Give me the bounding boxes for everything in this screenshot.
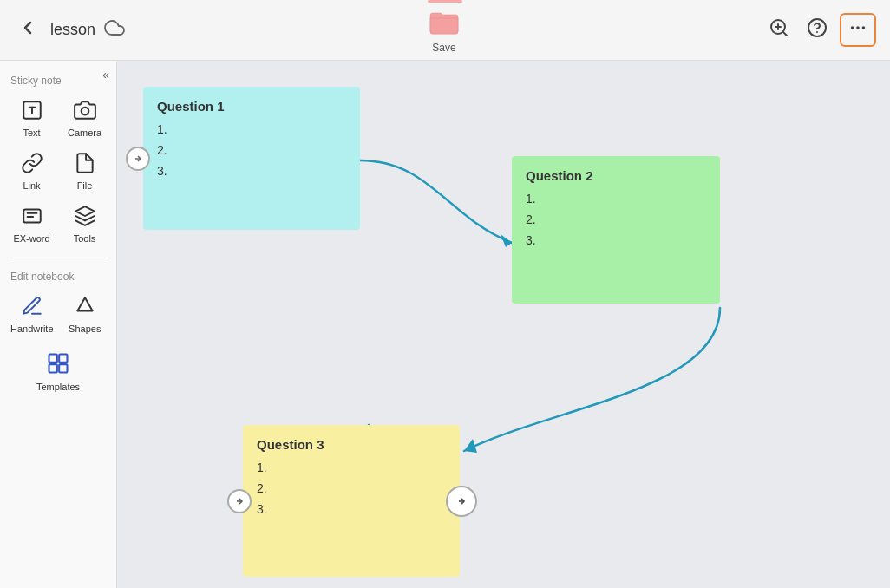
top-bar-left: lesson xyxy=(14,14,125,46)
sidebar-collapse-button[interactable]: « xyxy=(102,68,109,82)
svg-rect-19 xyxy=(59,364,67,372)
cloud-icon[interactable] xyxy=(104,17,125,42)
svg-point-6 xyxy=(851,26,854,29)
back-button[interactable] xyxy=(14,14,42,46)
note-question-2[interactable]: Question 2 1. 2. 3. xyxy=(512,156,720,304)
svg-point-12 xyxy=(81,108,88,115)
templates-icon xyxy=(46,351,70,379)
list-item: 3. xyxy=(257,502,446,516)
list-item: 2. xyxy=(526,212,706,226)
lesson-title: lesson xyxy=(50,21,95,39)
canvas: Question 1 1. 2. 3. Question 2 1. 2. 3. xyxy=(117,61,890,588)
text-icon xyxy=(21,99,43,125)
note-question-3[interactable]: Question 3 1. 2. 3. xyxy=(243,425,460,577)
note-q3-incoming-indicator xyxy=(227,489,252,513)
note-q1-title: Question 1 xyxy=(157,99,346,114)
file-label: File xyxy=(77,180,93,191)
sidebar-item-shapes[interactable]: Shapes xyxy=(61,290,109,339)
top-bar-right xyxy=(763,13,876,47)
list-item: 3. xyxy=(157,164,346,178)
note-q2-list: 1. 2. 3. xyxy=(526,192,706,247)
svg-point-8 xyxy=(862,26,866,29)
edit-notebook-section-title: Edit notebook xyxy=(0,264,116,286)
svg-point-7 xyxy=(856,26,860,29)
sidebar-item-templates[interactable]: Templates xyxy=(32,346,84,397)
sidebar-item-exword[interactable]: EX-word xyxy=(7,199,56,249)
list-item: 2. xyxy=(257,481,446,495)
shapes-label: Shapes xyxy=(69,323,101,334)
more-button[interactable] xyxy=(840,13,876,47)
list-item: 1. xyxy=(157,122,346,136)
save-label: Save xyxy=(432,42,455,54)
list-item: 3. xyxy=(526,233,706,247)
camera-label: Camera xyxy=(68,127,101,138)
link-label: Link xyxy=(23,180,40,191)
sticky-note-tools-grid: Text Camera Link xyxy=(0,90,116,252)
svg-rect-13 xyxy=(23,209,41,222)
top-bar-center: Save xyxy=(427,7,461,54)
list-item: 1. xyxy=(526,192,706,206)
note-q1-selected-indicator xyxy=(126,147,150,171)
sidebar-item-link[interactable]: Link xyxy=(7,147,56,196)
svg-line-1 xyxy=(783,32,787,36)
sidebar-item-tools[interactable]: Tools xyxy=(60,199,109,249)
sidebar-item-file[interactable]: File xyxy=(60,147,109,196)
sticky-note-section-title: Sticky note xyxy=(0,68,116,90)
note-q3-title: Question 3 xyxy=(257,437,446,452)
svg-rect-16 xyxy=(49,355,57,363)
note-q2-title: Question 2 xyxy=(526,168,706,183)
note-q1-list: 1. 2. 3. xyxy=(157,122,346,178)
list-item: 2. xyxy=(157,143,346,157)
sidebar-item-camera[interactable]: Camera xyxy=(60,94,109,143)
help-button[interactable] xyxy=(802,14,833,46)
list-item: 1. xyxy=(257,461,446,474)
sidebar-divider-1 xyxy=(10,258,106,258)
sidebar-item-handwrite[interactable]: Handwrite xyxy=(7,290,57,339)
svg-marker-20 xyxy=(501,234,512,247)
handwrite-label: Handwrite xyxy=(10,323,54,334)
link-icon xyxy=(21,152,43,178)
file-icon xyxy=(74,152,96,178)
templates-label: Templates xyxy=(36,382,80,392)
edit-notebook-tools-grid: Handwrite Shapes xyxy=(0,286,116,343)
svg-rect-17 xyxy=(59,355,67,363)
svg-rect-18 xyxy=(49,364,57,372)
top-bar: lesson Save xyxy=(0,0,890,61)
save-progress-bar xyxy=(428,0,462,3)
note-q3-list: 1. 2. 3. xyxy=(257,461,446,516)
note-question-1[interactable]: Question 1 1. 2. 3. xyxy=(143,87,360,230)
tools-label: Tools xyxy=(74,233,96,244)
shapes-icon xyxy=(74,295,96,321)
zoom-button[interactable] xyxy=(763,14,795,46)
svg-marker-21 xyxy=(464,439,477,453)
sidebar: « Sticky note Text Camera xyxy=(0,61,117,588)
handwrite-icon xyxy=(21,295,43,321)
text-label: Text xyxy=(23,127,40,138)
tools-icon xyxy=(74,205,96,231)
save-button[interactable] xyxy=(427,7,461,40)
exword-icon xyxy=(21,205,43,231)
exword-label: EX-word xyxy=(13,233,49,244)
camera-icon xyxy=(74,99,96,125)
note-q3-arrow-connector[interactable] xyxy=(446,486,477,517)
sidebar-item-text[interactable]: Text xyxy=(7,94,56,143)
